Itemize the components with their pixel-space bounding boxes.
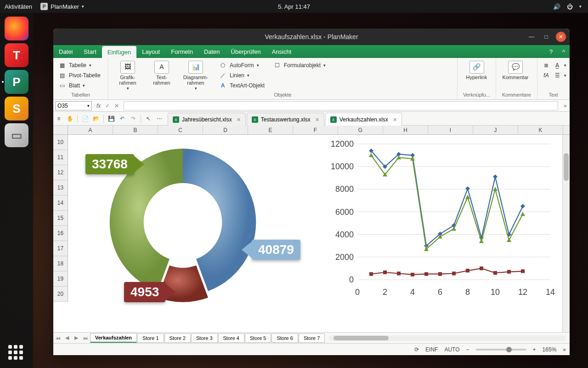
ribbon-hyperlink[interactable]: 🔗Hyperlink [462, 61, 491, 80]
col-header[interactable]: J [473, 126, 518, 134]
sheet-tab[interactable]: Store 3 [191, 334, 217, 343]
menu-help[interactable]: ? [544, 45, 557, 58]
undo-icon[interactable]: ↶ [117, 114, 128, 124]
dock-firefox[interactable] [5, 17, 28, 40]
power-icon[interactable]: ⏻ [567, 3, 573, 10]
file-tab[interactable]: xVerkaufszahlen.xlsx✕ [325, 113, 402, 126]
ribbon-formularobjekt[interactable]: ☐Formularobjekt ▾ [273, 61, 326, 70]
sheet-nav-first[interactable]: ⏮ [53, 335, 62, 341]
dock-apps-grid[interactable] [8, 345, 25, 362]
zoom-slider[interactable] [476, 349, 526, 351]
col-header[interactable]: B [113, 126, 158, 134]
dock-planmaker[interactable]: P [5, 70, 28, 94]
formula-input[interactable] [124, 101, 558, 110]
row-header[interactable]: 17 [53, 241, 68, 256]
accept-icon[interactable]: ✓ [105, 103, 110, 109]
fx-icon[interactable]: fx [96, 103, 101, 109]
row-header[interactable]: 12 [53, 165, 68, 180]
open-icon[interactable]: 📂 [90, 114, 102, 124]
close-button[interactable]: ✕ [556, 32, 566, 42]
menu-datei[interactable]: Datei [53, 45, 78, 58]
hand-icon[interactable]: ✋ [64, 114, 75, 124]
ribbon-pivot[interactable]: ▤Pivot-Tabelle [58, 71, 101, 80]
align-icon[interactable]: ≡ [53, 114, 64, 124]
col-header[interactable]: A [68, 126, 113, 134]
menu-ansicht[interactable]: Ansicht [266, 45, 297, 58]
ribbon-linien[interactable]: ／Linien ▾ [219, 71, 265, 80]
ribbon-text-1[interactable]: ≣A̲▾ [542, 61, 566, 70]
redo-icon[interactable]: ↷ [128, 114, 139, 124]
sheet-tab[interactable]: Store 5 [245, 334, 271, 343]
menu-einfuegen[interactable]: Einfügen [102, 46, 136, 58]
formula-expand-icon[interactable]: » [561, 103, 570, 109]
close-tab-icon[interactable]: ✕ [235, 117, 241, 123]
row-header[interactable]: 14 [53, 196, 68, 211]
sheet-nav-prev[interactable]: ◀ [62, 335, 72, 341]
col-header[interactable]: E [248, 126, 293, 134]
sheet-tab[interactable]: Store 1 [137, 334, 164, 343]
volume-icon[interactable]: 🔊 [553, 3, 560, 10]
sheet-nav-next[interactable]: ▶ [72, 335, 81, 341]
more-icon[interactable]: ⋯ [154, 114, 165, 124]
row-header[interactable]: 15 [53, 211, 68, 226]
ribbon-blatt[interactable]: ▭Blatt ▾ [58, 81, 101, 90]
row-header[interactable]: 10 [53, 135, 68, 150]
zoom-value[interactable]: 165% [543, 346, 557, 353]
save-icon[interactable]: 💾 [106, 114, 117, 124]
cancel-icon[interactable]: ✕ [114, 103, 119, 109]
row-header[interactable]: 18 [53, 256, 68, 271]
file-tab[interactable]: xTestauswertung.xlsx✕ [247, 113, 324, 126]
clock[interactable]: 5. Apr 11:47 [278, 3, 310, 10]
sheet-nav-last[interactable]: ⏭ [81, 335, 90, 341]
menu-ueberpruefen[interactable]: Überprüfen [226, 45, 266, 58]
ribbon-tabelle[interactable]: ▦Tabelle ▾ [58, 61, 101, 70]
col-header[interactable]: D [203, 126, 248, 134]
status-einf[interactable]: EINF [425, 346, 438, 353]
dock-presentations[interactable]: S [5, 97, 28, 121]
col-header[interactable]: H [383, 126, 428, 134]
row-header[interactable]: 20 [53, 287, 68, 302]
select-all-corner[interactable] [53, 126, 68, 134]
close-tab-icon[interactable]: ✕ [391, 117, 397, 123]
menu-daten[interactable]: Daten [198, 45, 226, 58]
ribbon-grafikrahmen[interactable]: 🖼Grafik- rahmen▾ [113, 61, 142, 91]
col-header[interactable]: G [338, 126, 383, 134]
new-icon[interactable]: 📄 [79, 114, 90, 124]
menu-layout[interactable]: Layout [136, 45, 165, 58]
activities-button[interactable]: Aktivitäten [5, 3, 32, 10]
sheet-tab[interactable]: Store 2 [164, 334, 191, 343]
ribbon-diagrammrahmen[interactable]: 📊Diagramm- rahmen▾ [181, 61, 210, 91]
sheet-tab[interactable]: Verkaufszahlen [90, 333, 137, 343]
line-chart[interactable]: 02000400060008000100001200002468101214 [325, 139, 555, 300]
dock-textmaker[interactable]: T [5, 43, 28, 67]
close-tab-icon[interactable]: ✕ [313, 117, 319, 123]
sheet-tab[interactable]: Store 4 [218, 334, 244, 343]
zoom-in-icon[interactable]: + [533, 346, 536, 353]
file-tab[interactable]: xJahresübersicht.xlsx✕ [168, 113, 246, 126]
col-header[interactable]: I [428, 126, 473, 134]
ribbon-textrahmen[interactable]: AText- rahmen [147, 61, 176, 86]
sheet-tab[interactable]: Store 7 [299, 334, 325, 343]
ribbon-autoform[interactable]: ⬠AutoForm ▾ [219, 61, 265, 70]
refresh-icon[interactable]: ⟳ [414, 346, 419, 353]
maximize-button[interactable]: □ [541, 32, 551, 42]
sheet-tab[interactable]: Store 6 [271, 334, 298, 343]
vertical-scrollbar[interactable] [562, 135, 570, 332]
dock-files[interactable]: ▭ [5, 123, 28, 147]
app-menu[interactable]: P PlanMaker ▾ [40, 3, 84, 10]
ribbon-kommentar[interactable]: 💬Kommentar [501, 61, 530, 80]
menu-formeln[interactable]: Formeln [165, 45, 198, 58]
row-header[interactable]: 19 [53, 271, 68, 287]
ribbon-text-2[interactable]: fA☰▾ [542, 71, 566, 80]
row-header[interactable]: 11 [53, 150, 68, 165]
spreadsheet-area[interactable]: A B C D E F G H I J K 10 11 12 13 14 15 … [53, 126, 570, 332]
ribbon-collapse-icon[interactable]: ^ [557, 45, 570, 58]
row-header[interactable]: 16 [53, 226, 68, 241]
col-header[interactable]: K [518, 126, 563, 134]
status-more-icon[interactable]: » [563, 346, 566, 353]
status-auto[interactable]: AUTO [444, 346, 459, 353]
ribbon-textart[interactable]: ATextArt-Objekt [219, 81, 265, 90]
horizontal-scrollbar[interactable] [329, 335, 566, 341]
minimize-button[interactable]: — [526, 32, 537, 42]
row-header[interactable]: 13 [53, 180, 68, 196]
